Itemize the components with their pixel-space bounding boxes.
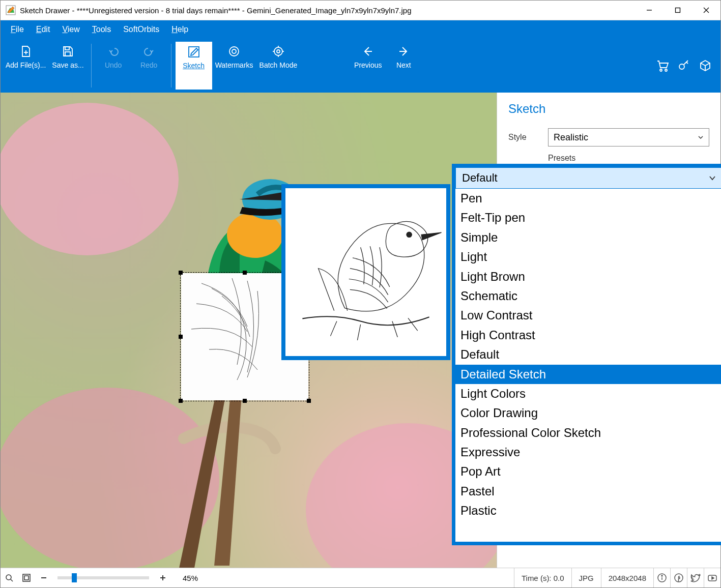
maximize-button[interactable] [664,1,692,20]
preset-option[interactable]: Pastel [455,482,721,501]
menu-help[interactable]: Help [165,20,194,39]
batch-mode-button[interactable]: Batch Mode [256,42,301,90]
add-files-button[interactable]: Add File(s)... [3,42,49,90]
facebook-icon[interactable] [670,568,687,587]
preset-option[interactable]: Color Drawing [455,403,721,423]
next-icon [397,44,410,59]
titlebar: Sketch Drawer - ****Unregistered version… [1,1,720,20]
close-button[interactable] [692,1,720,20]
preset-option[interactable]: Default [455,345,721,364]
batch-icon [272,44,285,59]
batch-label: Batch Mode [259,61,298,69]
chevron-down-icon [708,174,716,182]
cart-icon[interactable] [655,58,670,73]
window-controls [635,1,720,20]
save-as-label: Save as... [52,61,83,69]
svg-point-22 [1,103,179,255]
preset-option[interactable]: Detailed Sketch [455,365,721,384]
dropdown-header[interactable]: Default [455,167,721,189]
previous-button[interactable]: Previous [350,42,386,90]
menu-tools[interactable]: Tools [86,20,117,39]
preset-option[interactable]: Expressive [455,443,721,462]
add-file-icon [19,44,33,59]
svg-point-33 [6,575,11,580]
zoom-fit-icon[interactable] [19,570,34,585]
image-canvas[interactable] [1,93,497,568]
preset-option[interactable]: Professional Color Sketch [455,423,721,443]
watermarks-button[interactable]: Watermarks [212,42,256,90]
panel-title: Sketch [508,102,709,116]
svg-point-18 [665,69,667,71]
presets-label: Presets [548,154,709,163]
sketch-label: Sketch [183,62,205,70]
zoom-out-button[interactable] [36,570,51,585]
preset-option[interactable]: Schematic [455,286,721,306]
preset-option[interactable]: Light Colors [455,384,721,403]
dropdown-list: PenFelt-Tip penSimpleLightLight BrownSch… [455,189,721,542]
preset-option[interactable]: Pen [455,189,721,208]
sketch-tool-button[interactable]: Sketch [176,42,212,90]
sketch-preview-popup [281,184,450,360]
zoom-percent: 45% [183,574,198,582]
undo-icon [107,44,120,59]
style-label: Style [508,133,548,142]
preset-option[interactable]: Simple [455,228,721,247]
preset-option[interactable]: Plastic [455,501,721,520]
svg-point-19 [679,64,684,69]
info-icon[interactable] [653,568,670,587]
main-area: Sketch Style Realistic Presets Default P… [1,93,720,568]
chevron-down-icon [698,134,704,140]
minimize-button[interactable] [635,1,664,20]
key-icon[interactable] [677,58,691,73]
svg-point-11 [274,47,282,55]
menu-file[interactable]: File [5,20,30,39]
status-time: Time (s): 0.0 [514,568,571,587]
app-icon [6,5,16,15]
preset-option[interactable]: Light Brown [455,267,721,286]
next-button[interactable]: Next [386,42,421,90]
preset-option[interactable]: Pop Art [455,462,721,481]
menu-view[interactable]: View [56,20,85,39]
redo-icon [143,44,155,59]
ribbon-toolbar: Add File(s)... Save as... Undo Redo Sket… [1,39,720,93]
redo-label: Redo [140,61,157,69]
menu-edit[interactable]: Edit [30,20,56,39]
zoom-in-button[interactable] [155,570,170,585]
previous-icon [361,44,374,59]
zoom-actual-icon[interactable] [2,570,17,585]
watermark-icon [227,44,241,59]
svg-point-42 [661,575,662,576]
app-window: Sketch Drawer - ****Unregistered version… [0,0,721,588]
package-icon[interactable] [698,58,712,73]
presets-dropdown[interactable]: Default PenFelt-Tip penSimpleLightLight … [452,164,721,545]
window-title: Sketch Drawer - ****Unregistered version… [20,6,635,15]
menubar: FileEditViewToolsSoftOrbitsHelp [1,20,720,39]
svg-point-17 [660,69,662,71]
preset-option[interactable]: Felt-Tip pen [455,208,721,227]
watermarks-label: Watermarks [215,61,253,69]
zoom-slider[interactable] [57,576,149,579]
svg-rect-7 [65,47,69,50]
menu-softorbits[interactable]: SoftOrbits [117,20,165,39]
undo-label: Undo [105,61,122,69]
style-value: Realistic [554,132,588,143]
redo-button: Redo [131,42,167,90]
svg-point-32 [407,232,412,237]
sketch-icon [187,44,200,60]
previous-label: Previous [354,61,382,69]
status-dimensions: 2048x2048 [601,568,653,587]
statusbar: 45% Time (s): 0.0 JPG 2048x2048 [1,568,720,587]
preset-option[interactable]: Low Contrast [455,306,721,325]
save-icon [61,44,74,59]
next-label: Next [396,61,411,69]
svg-point-12 [277,50,280,53]
save-as-button[interactable]: Save as... [49,42,86,90]
youtube-icon[interactable] [704,568,720,587]
svg-point-10 [229,47,239,56]
preset-option[interactable]: Light [455,247,721,267]
preset-option[interactable]: High Contrast [455,326,721,345]
style-select[interactable]: Realistic [548,128,709,146]
twitter-icon[interactable] [687,568,704,587]
svg-rect-8 [65,52,70,56]
undo-button: Undo [96,42,131,90]
